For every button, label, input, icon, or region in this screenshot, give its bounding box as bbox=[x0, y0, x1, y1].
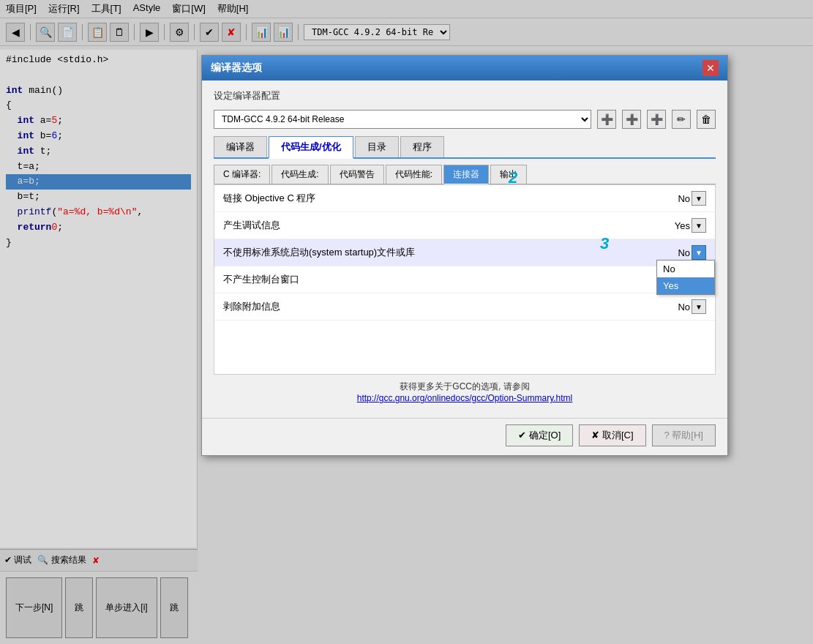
inner-tabs: C 编译器: 代码生成: 代码警告 代码性能: 连接器 输出 bbox=[214, 165, 716, 184]
dialog-content: 设定编译器配置 TDM-GCC 4.9.2 64-bit Release ➕ ➕… bbox=[202, 80, 727, 418]
inner-tab-output[interactable]: 输出 bbox=[490, 165, 527, 184]
help-button[interactable]: ? 帮助[H] bbox=[652, 424, 716, 446]
dropdown-popup-3: No Yes bbox=[656, 260, 715, 295]
dialog-close-button[interactable]: ✕ bbox=[703, 60, 719, 76]
settings-label-4: 不产生控制台窗口 bbox=[223, 273, 661, 286]
tab-directory[interactable]: 目录 bbox=[355, 136, 399, 157]
inner-tab-c[interactable]: C 编译器: bbox=[214, 165, 270, 184]
dropdown-arrow-3[interactable]: ▼ bbox=[692, 245, 706, 260]
tab-codegen[interactable]: 代码生成/优化 bbox=[269, 136, 353, 159]
settings-label-2: 产生调试信息 bbox=[223, 219, 661, 232]
dropdown-option-yes[interactable]: Yes bbox=[657, 277, 714, 294]
outer-tabs: 编译器 代码生成/优化 目录 程序 bbox=[214, 136, 716, 159]
settings-value-3: No ▼ No Yes bbox=[661, 245, 706, 260]
tab-compiler[interactable]: 编译器 bbox=[214, 136, 267, 157]
dialog-titlebar: 编译器选项 ✕ bbox=[202, 56, 727, 80]
config-row: 设定编译器配置 bbox=[214, 89, 716, 102]
settings-row-2: 产生调试信息 Yes ▼ bbox=[214, 212, 715, 239]
info-text: 获得更多关于GCC的选项, 请参阅 bbox=[400, 381, 529, 392]
settings-value-2: Yes ▼ bbox=[661, 218, 706, 233]
value-text-5: No bbox=[661, 302, 690, 312]
info-link[interactable]: http://gcc.gnu.org/onlinedocs/gcc/Option… bbox=[357, 393, 573, 403]
compiler-config-dropdown[interactable]: TDM-GCC 4.9.2 64-bit Release bbox=[214, 110, 591, 129]
config-compiler-row: TDM-GCC 4.9.2 64-bit Release ➕ ➕ ➕ ✏ 🗑 bbox=[214, 110, 716, 129]
tab-program[interactable]: 程序 bbox=[400, 136, 444, 157]
settings-row-5: 剥除附加信息 No ▼ bbox=[214, 293, 715, 321]
config-btn-copy[interactable]: ➕ bbox=[597, 110, 616, 129]
settings-value-1: No ▼ bbox=[661, 191, 706, 206]
cancel-button[interactable]: ✘ 取消[C] bbox=[579, 424, 645, 446]
settings-row-1: 链接 Objective C 程序 No ▼ bbox=[214, 185, 715, 212]
info-bar: 获得更多关于GCC的选项, 请参阅 http://gcc.gnu.org/onl… bbox=[214, 375, 716, 409]
config-btn-add2[interactable]: ➕ bbox=[647, 110, 666, 129]
config-label: 设定编译器配置 bbox=[214, 89, 280, 102]
dropdown-arrow-1[interactable]: ▼ bbox=[692, 191, 706, 206]
inner-tab-linker[interactable]: 连接器 bbox=[443, 165, 489, 184]
config-btn-delete[interactable]: 🗑 bbox=[697, 110, 716, 129]
value-text-3: No bbox=[661, 247, 690, 258]
settings-label-3: 不使用标准系统启动(system startup)文件或库 bbox=[223, 246, 661, 259]
value-text-2: Yes bbox=[661, 220, 690, 231]
dropdown-arrow-5[interactable]: ▼ bbox=[692, 299, 706, 314]
dialog-footer: ✔ 确定[O] ✘ 取消[C] ? 帮助[H] bbox=[202, 418, 727, 455]
value-text-1: No bbox=[661, 193, 690, 204]
dropdown-option-no[interactable]: No bbox=[657, 261, 714, 277]
settings-row-4: 不产生控制台窗口 No ▼ bbox=[214, 266, 715, 293]
config-btn-rename[interactable]: ✏ bbox=[672, 110, 691, 129]
compiler-options-dialog: 编译器选项 ✕ 设定编译器配置 TDM-GCC 4.9.2 64-bit Rel… bbox=[201, 55, 728, 456]
inner-tab-warnings[interactable]: 代码警告 bbox=[330, 165, 384, 184]
settings-row-3: 不使用标准系统启动(system startup)文件或库 No ▼ No Ye… bbox=[214, 239, 715, 266]
settings-label-1: 链接 Objective C 程序 bbox=[223, 192, 661, 205]
settings-label-5: 剥除附加信息 bbox=[223, 300, 661, 313]
inner-tab-perf[interactable]: 代码性能: bbox=[386, 165, 442, 184]
settings-value-5: No ▼ bbox=[661, 299, 706, 314]
dropdown-arrow-2[interactable]: ▼ bbox=[692, 218, 706, 233]
settings-area: 链接 Objective C 程序 No ▼ 产生调试信息 Yes ▼ 不使用标… bbox=[214, 184, 716, 375]
config-btn-add[interactable]: ➕ bbox=[622, 110, 641, 129]
confirm-button[interactable]: ✔ 确定[O] bbox=[506, 424, 573, 446]
dialog-title: 编译器选项 bbox=[211, 61, 262, 75]
inner-tab-codegen[interactable]: 代码生成: bbox=[271, 165, 328, 184]
